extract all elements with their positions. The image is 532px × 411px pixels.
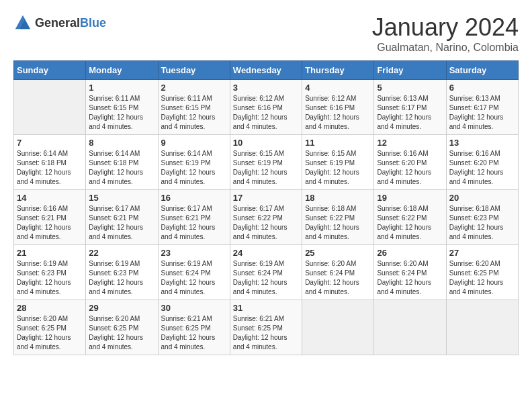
day-info: Sunrise: 6:18 AMSunset: 6:22 PMDaylight:… <box>377 204 443 242</box>
calendar-cell: 2Sunrise: 6:11 AMSunset: 6:15 PMDaylight… <box>158 80 230 135</box>
calendar-body: 1Sunrise: 6:11 AMSunset: 6:15 PMDaylight… <box>14 80 519 355</box>
day-number: 30 <box>161 303 227 313</box>
day-number: 8 <box>89 138 154 148</box>
calendar-cell: 12Sunrise: 6:16 AMSunset: 6:20 PMDayligh… <box>374 135 446 190</box>
calendar-table: SundayMondayTuesdayWednesdayThursdayFrid… <box>13 60 519 355</box>
day-number: 23 <box>161 248 227 258</box>
calendar-cell: 3Sunrise: 6:12 AMSunset: 6:16 PMDaylight… <box>230 80 302 135</box>
calendar-cell: 14Sunrise: 6:16 AMSunset: 6:21 PMDayligh… <box>14 190 86 245</box>
day-info: Sunrise: 6:20 AMSunset: 6:24 PMDaylight:… <box>377 259 443 297</box>
day-info: Sunrise: 6:15 AMSunset: 6:19 PMDaylight:… <box>305 149 371 187</box>
day-number: 22 <box>89 248 154 258</box>
calendar-cell: 10Sunrise: 6:15 AMSunset: 6:19 PMDayligh… <box>230 135 302 190</box>
day-header-wednesday: Wednesday <box>230 61 302 80</box>
day-number: 18 <box>305 193 371 203</box>
calendar-cell: 5Sunrise: 6:13 AMSunset: 6:17 PMDaylight… <box>374 80 446 135</box>
day-number: 21 <box>17 248 83 258</box>
day-info: Sunrise: 6:14 AMSunset: 6:19 PMDaylight:… <box>161 149 227 187</box>
day-number: 14 <box>17 193 83 203</box>
day-info: Sunrise: 6:14 AMSunset: 6:18 PMDaylight:… <box>89 149 154 187</box>
calendar-cell: 8Sunrise: 6:14 AMSunset: 6:18 PMDaylight… <box>86 135 158 190</box>
day-info: Sunrise: 6:19 AMSunset: 6:23 PMDaylight:… <box>17 259 83 297</box>
calendar-cell: 13Sunrise: 6:16 AMSunset: 6:20 PMDayligh… <box>446 135 518 190</box>
day-info: Sunrise: 6:18 AMSunset: 6:23 PMDaylight:… <box>449 204 515 242</box>
calendar-cell: 11Sunrise: 6:15 AMSunset: 6:19 PMDayligh… <box>302 135 374 190</box>
calendar-cell <box>374 300 446 355</box>
day-number: 28 <box>17 303 83 313</box>
week-row-1: 1Sunrise: 6:11 AMSunset: 6:15 PMDaylight… <box>14 80 519 135</box>
day-number: 19 <box>377 193 443 203</box>
day-number: 6 <box>449 83 515 93</box>
calendar-cell: 18Sunrise: 6:18 AMSunset: 6:22 PMDayligh… <box>302 190 374 245</box>
day-number: 31 <box>233 303 299 313</box>
calendar-cell: 1Sunrise: 6:11 AMSunset: 6:15 PMDaylight… <box>86 80 158 135</box>
location-title: Gualmatan, Narino, Colombia <box>372 42 519 54</box>
calendar-cell: 23Sunrise: 6:19 AMSunset: 6:24 PMDayligh… <box>158 245 230 300</box>
day-info: Sunrise: 6:19 AMSunset: 6:24 PMDaylight:… <box>233 259 299 297</box>
calendar-cell <box>446 300 518 355</box>
day-info: Sunrise: 6:20 AMSunset: 6:24 PMDaylight:… <box>305 259 371 297</box>
day-number: 3 <box>233 83 299 93</box>
logo-text: GeneralBlue <box>35 16 106 30</box>
day-number: 5 <box>377 83 443 93</box>
week-row-2: 7Sunrise: 6:14 AMSunset: 6:18 PMDaylight… <box>14 135 519 190</box>
calendar-cell: 16Sunrise: 6:17 AMSunset: 6:21 PMDayligh… <box>158 190 230 245</box>
day-info: Sunrise: 6:16 AMSunset: 6:20 PMDaylight:… <box>377 149 443 187</box>
day-header-tuesday: Tuesday <box>158 61 230 80</box>
day-number: 10 <box>233 138 299 148</box>
day-number: 2 <box>161 83 227 93</box>
calendar-cell: 25Sunrise: 6:20 AMSunset: 6:24 PMDayligh… <box>302 245 374 300</box>
day-info: Sunrise: 6:13 AMSunset: 6:17 PMDaylight:… <box>377 94 443 132</box>
day-info: Sunrise: 6:14 AMSunset: 6:18 PMDaylight:… <box>17 149 83 187</box>
calendar-cell: 26Sunrise: 6:20 AMSunset: 6:24 PMDayligh… <box>374 245 446 300</box>
day-info: Sunrise: 6:20 AMSunset: 6:25 PMDaylight:… <box>449 259 515 297</box>
day-info: Sunrise: 6:11 AMSunset: 6:15 PMDaylight:… <box>161 94 227 132</box>
day-header-friday: Friday <box>374 61 446 80</box>
calendar-cell: 15Sunrise: 6:17 AMSunset: 6:21 PMDayligh… <box>86 190 158 245</box>
week-row-5: 28Sunrise: 6:20 AMSunset: 6:25 PMDayligh… <box>14 300 519 355</box>
day-number: 12 <box>377 138 443 148</box>
day-number: 13 <box>449 138 515 148</box>
day-info: Sunrise: 6:17 AMSunset: 6:21 PMDaylight:… <box>89 204 154 242</box>
day-info: Sunrise: 6:17 AMSunset: 6:21 PMDaylight:… <box>161 204 227 242</box>
day-number: 26 <box>377 248 443 258</box>
calendar-cell: 28Sunrise: 6:20 AMSunset: 6:25 PMDayligh… <box>14 300 86 355</box>
day-info: Sunrise: 6:12 AMSunset: 6:16 PMDaylight:… <box>305 94 371 132</box>
calendar-cell: 31Sunrise: 6:21 AMSunset: 6:25 PMDayligh… <box>230 300 302 355</box>
month-title: January 2024 <box>372 13 519 42</box>
logo-general: General <box>35 16 80 30</box>
day-number: 7 <box>17 138 83 148</box>
day-info: Sunrise: 6:16 AMSunset: 6:20 PMDaylight:… <box>449 149 515 187</box>
day-header-saturday: Saturday <box>446 61 518 80</box>
calendar-cell <box>302 300 374 355</box>
calendar-cell: 6Sunrise: 6:13 AMSunset: 6:17 PMDaylight… <box>446 80 518 135</box>
calendar-cell: 21Sunrise: 6:19 AMSunset: 6:23 PMDayligh… <box>14 245 86 300</box>
day-number: 11 <box>305 138 371 148</box>
day-header-sunday: Sunday <box>14 61 86 80</box>
day-header-monday: Monday <box>86 61 158 80</box>
calendar-cell: 29Sunrise: 6:20 AMSunset: 6:25 PMDayligh… <box>86 300 158 355</box>
calendar-cell: 4Sunrise: 6:12 AMSunset: 6:16 PMDaylight… <box>302 80 374 135</box>
page-header: GeneralBlue January 2024 Gualmatan, Nari… <box>13 13 519 54</box>
calendar-header: SundayMondayTuesdayWednesdayThursdayFrid… <box>14 61 519 80</box>
day-info: Sunrise: 6:19 AMSunset: 6:24 PMDaylight:… <box>161 259 227 297</box>
week-row-3: 14Sunrise: 6:16 AMSunset: 6:21 PMDayligh… <box>14 190 519 245</box>
title-block: January 2024 Gualmatan, Narino, Colombia <box>372 13 519 54</box>
logo-icon <box>13 13 32 32</box>
day-number: 29 <box>89 303 154 313</box>
day-number: 1 <box>89 83 154 93</box>
calendar-cell: 24Sunrise: 6:19 AMSunset: 6:24 PMDayligh… <box>230 245 302 300</box>
calendar-cell: 19Sunrise: 6:18 AMSunset: 6:22 PMDayligh… <box>374 190 446 245</box>
day-info: Sunrise: 6:13 AMSunset: 6:17 PMDaylight:… <box>449 94 515 132</box>
day-info: Sunrise: 6:16 AMSunset: 6:21 PMDaylight:… <box>17 204 83 242</box>
week-row-4: 21Sunrise: 6:19 AMSunset: 6:23 PMDayligh… <box>14 245 519 300</box>
day-info: Sunrise: 6:11 AMSunset: 6:15 PMDaylight:… <box>89 94 154 132</box>
day-number: 25 <box>305 248 371 258</box>
day-info: Sunrise: 6:15 AMSunset: 6:19 PMDaylight:… <box>233 149 299 187</box>
day-info: Sunrise: 6:20 AMSunset: 6:25 PMDaylight:… <box>89 314 154 352</box>
day-info: Sunrise: 6:20 AMSunset: 6:25 PMDaylight:… <box>17 314 83 352</box>
day-number: 4 <box>305 83 371 93</box>
day-info: Sunrise: 6:18 AMSunset: 6:22 PMDaylight:… <box>305 204 371 242</box>
calendar-cell: 20Sunrise: 6:18 AMSunset: 6:23 PMDayligh… <box>446 190 518 245</box>
day-info: Sunrise: 6:12 AMSunset: 6:16 PMDaylight:… <box>233 94 299 132</box>
